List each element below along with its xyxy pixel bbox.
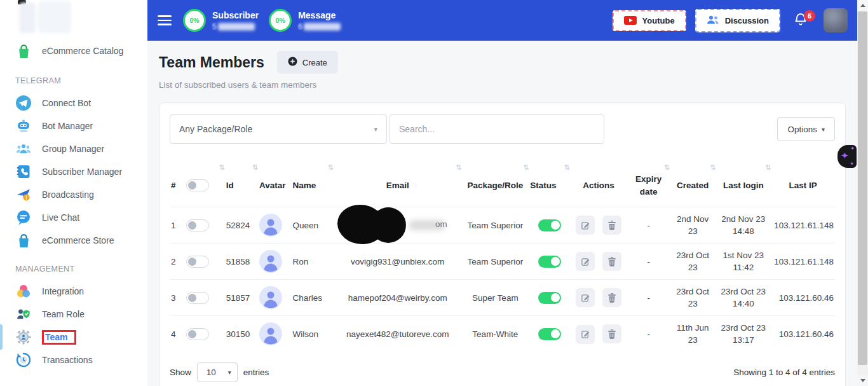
broadcast-plane-icon	[15, 186, 32, 203]
sidebar-item-integration[interactable]: Integration	[0, 280, 147, 303]
sidebar-item-connect-bot[interactable]: Connect Bot	[0, 92, 147, 114]
cell-email: nayexet482@tutoreve.com	[334, 316, 462, 352]
row-select-toggle[interactable]	[186, 328, 209, 340]
shopping-bag-blue-icon	[15, 232, 32, 249]
cell-package: Team-White	[461, 316, 529, 352]
sort-icon[interactable]: ⇅	[523, 163, 529, 172]
user-avatar-redacted[interactable]	[824, 8, 848, 32]
edit-button[interactable]	[576, 288, 595, 307]
page-size-select[interactable]: 10 ▾	[197, 362, 238, 382]
scroll-up-arrow[interactable]	[857, 0, 868, 11]
youtube-button[interactable]: Youtube	[613, 10, 686, 31]
sort-icon[interactable]: ⇅	[328, 163, 334, 172]
chevron-down-icon: ▾	[822, 126, 825, 133]
row-select-toggle[interactable]	[186, 292, 209, 304]
cell-id: 52824	[225, 207, 258, 244]
sidebar-item-label: Live Chat	[42, 212, 79, 223]
header-package[interactable]: Package/Role⇅	[461, 160, 529, 207]
table-row: 4 30150 Wilson nayexet482@tutoreve.com T…	[170, 316, 835, 352]
message-stat: 0% Message 6	[269, 9, 341, 32]
sidebar-item-live-chat[interactable]: Live Chat	[0, 206, 147, 229]
discussion-button[interactable]: Discussion	[695, 9, 780, 32]
sort-icon[interactable]: ⇅	[219, 163, 224, 172]
subscriber-stat: 0% Subscriber 5	[183, 9, 259, 32]
contact-book-phone-icon	[15, 163, 32, 180]
sidebar-item-team[interactable]: Team	[0, 326, 147, 348]
ai-assistant-button[interactable]: ✦ ✦ ✦	[837, 145, 857, 168]
header-status[interactable]: Status⇅	[529, 160, 569, 207]
scrollbar-thumb[interactable]	[858, 11, 867, 365]
delete-button[interactable]	[602, 216, 621, 235]
history-clock-icon	[15, 352, 32, 368]
edit-button[interactable]	[576, 252, 595, 271]
status-toggle[interactable]	[538, 292, 561, 304]
package-role-select[interactable]: Any Package/Role ▾	[170, 114, 387, 144]
sort-icon[interactable]: ⇅	[765, 163, 771, 172]
vertical-scrollbar[interactable]	[857, 0, 868, 386]
sidebar-item-label: Broadcasting	[42, 190, 94, 200]
select-all-toggle[interactable]	[186, 179, 209, 191]
subscriber-stat-value-redacted: 5	[212, 22, 259, 31]
sidebar-item-label: Group Manager	[42, 144, 104, 154]
header-created[interactable]: Created⇅	[670, 160, 716, 207]
app-logo-blurred	[19, 1, 80, 34]
create-button[interactable]: Create	[277, 51, 338, 74]
notifications-button[interactable]: 6	[793, 11, 808, 29]
options-button[interactable]: Options ▾	[777, 117, 835, 141]
row-select-toggle[interactable]	[186, 219, 209, 231]
sidebar-item-broadcasting[interactable]: Broadcasting	[0, 183, 147, 206]
show-label: Show	[170, 368, 191, 377]
cell-email: vovigig931@unbiex.com	[334, 244, 462, 280]
chat-bubble-icon	[15, 209, 32, 226]
robot-icon	[15, 118, 32, 134]
discussion-people-icon	[707, 15, 719, 27]
header-id[interactable]: Id⇅	[225, 160, 258, 207]
cell-last-ip: 103.121.61.148	[771, 244, 835, 280]
gear-person-icon	[15, 329, 32, 345]
sidebar-item-subscriber-manager[interactable]: Subscriber Manager	[0, 160, 147, 183]
sidebar-item-group-manager[interactable]: Group Manager	[0, 137, 147, 160]
header-expiry[interactable]: Expiry date⇅	[627, 160, 670, 207]
sidebar-item-team-role[interactable]: Team Role	[0, 303, 147, 326]
header-last-login[interactable]: Last login⇅	[715, 160, 771, 207]
scroll-down-arrow[interactable]	[857, 375, 868, 386]
edit-button[interactable]	[576, 216, 595, 235]
sidebar-item-label: Team	[45, 332, 68, 342]
page-subtitle: List of subscribed users & team members	[159, 80, 846, 90]
sidebar-item-label: eCommerce Catalog	[42, 46, 123, 56]
delete-button[interactable]	[602, 324, 621, 343]
sort-icon[interactable]: ⇅	[710, 163, 715, 172]
sidebar-item-ecommerce-catalog[interactable]: eCommerce Catalog	[0, 38, 147, 64]
header-name[interactable]: Name⇅	[291, 160, 334, 207]
message-progress-ring: 0%	[269, 9, 292, 32]
edit-button[interactable]	[576, 325, 595, 344]
search-input[interactable]	[390, 115, 604, 143]
status-toggle[interactable]	[538, 256, 561, 268]
header-num[interactable]: # ⇅	[170, 160, 225, 207]
table-row: 3 51857 Charles hamepof204@weirby.com Su…	[170, 280, 835, 316]
message-stat-value-redacted: 6	[298, 22, 341, 31]
cell-email: hamepof204@weirby.com	[334, 280, 462, 316]
header-email[interactable]: Email⇅	[334, 160, 462, 207]
sidebar-section-management: MANAGEMENT	[0, 252, 147, 280]
cell-name: Wilson	[291, 316, 334, 352]
delete-button[interactable]	[602, 288, 621, 307]
sort-icon[interactable]: ⇅	[252, 163, 258, 172]
sort-icon[interactable]: ⇅	[664, 163, 670, 172]
entries-label: entries	[243, 368, 269, 377]
sort-icon[interactable]: ⇅	[564, 163, 570, 172]
cell-created: 23rd Oct 23	[670, 280, 716, 316]
avatar	[259, 286, 290, 309]
hamburger-menu-icon[interactable]	[158, 13, 172, 28]
sort-icon[interactable]: ⇅	[456, 163, 461, 172]
sidebar-item-transactions[interactable]: Transactions	[0, 348, 147, 371]
main-area: 0% Subscriber 5 0% Message 6 Youtube	[147, 0, 857, 386]
avatar	[259, 250, 290, 273]
delete-button[interactable]	[602, 252, 621, 271]
sidebar-item-bot-manager[interactable]: Bot Manager	[0, 114, 147, 137]
status-toggle[interactable]	[538, 328, 561, 340]
status-toggle[interactable]	[538, 219, 561, 231]
sidebar-item-ecommerce-store[interactable]: eCommerce Store	[0, 229, 147, 252]
row-select-toggle[interactable]	[186, 256, 209, 268]
table-row: 2 51858 Ron vovigig931@unbiex.com Team S…	[170, 244, 835, 280]
